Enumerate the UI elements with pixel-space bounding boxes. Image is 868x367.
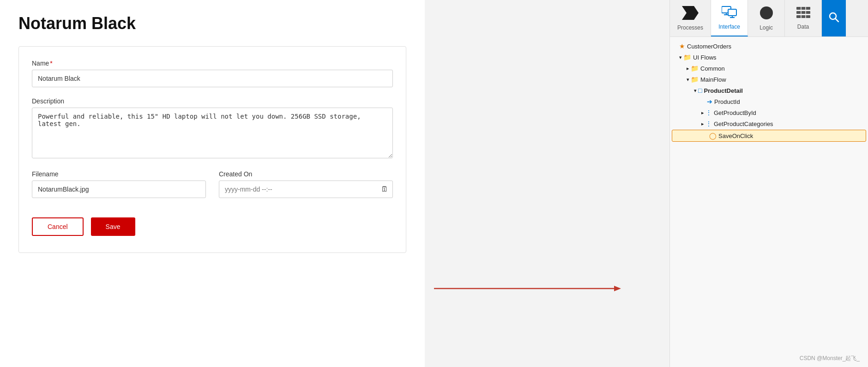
common-icon: 📁: [691, 65, 699, 72]
svg-line-16: [836, 18, 839, 22]
product-detail-icon: □: [698, 87, 702, 94]
filename-input[interactable]: [32, 180, 206, 198]
name-group: Name*: [32, 60, 393, 87]
button-row: Cancel Save: [32, 217, 393, 236]
filename-group: Filename: [32, 170, 206, 198]
date-input-wrapper: 🗓: [219, 180, 393, 198]
svg-rect-11: [796, 11, 810, 14]
svg-point-9: [760, 6, 773, 19]
data-icon: [796, 7, 810, 22]
tab-data-label: Data: [797, 24, 809, 30]
tab-data[interactable]: Data: [785, 0, 822, 36]
svg-rect-12: [796, 15, 810, 18]
description-group: Description Powerful and reliable, this …: [32, 97, 393, 160]
tree-item-save-on-click[interactable]: ◯ SaveOnClick: [672, 130, 866, 142]
cancel-button[interactable]: Cancel: [32, 217, 84, 236]
ui-flows-icon: 📁: [683, 54, 691, 61]
tree-panel: ★ CustomerOrders ▾ 📁 UI Flows ▸ 📁 Common…: [670, 37, 868, 367]
page-title: Notarum Black: [18, 14, 406, 33]
tree-item-customer-orders[interactable]: ★ CustomerOrders: [670, 41, 868, 52]
svg-marker-1: [614, 286, 621, 291]
tab-logic[interactable]: Logic: [748, 0, 785, 36]
created-on-group: Created On 🗓: [219, 170, 393, 198]
toolbar-tabs: Processes Interface: [670, 0, 868, 37]
search-icon: [829, 12, 839, 25]
get-product-categories-icon: ⋮: [705, 120, 712, 127]
svg-marker-2: [682, 6, 699, 20]
product-id-icon: ➔: [707, 98, 712, 105]
tab-logic-label: Logic: [760, 24, 773, 31]
created-on-label: Created On: [219, 170, 393, 178]
tree-item-get-product-by-id[interactable]: ▸ ⋮ GetProductById: [670, 107, 868, 118]
tab-interface-label: Interface: [718, 24, 740, 30]
description-input[interactable]: Powerful and reliable, this 15" HD lapto…: [32, 108, 393, 158]
interface-icon: [722, 6, 737, 22]
description-label: Description: [32, 97, 393, 105]
common-chevron: ▸: [687, 66, 689, 72]
customer-orders-icon: ★: [679, 42, 685, 50]
tree-item-common[interactable]: ▸ 📁 Common: [670, 63, 868, 74]
tab-processes[interactable]: Processes: [670, 0, 711, 36]
name-label: Name*: [32, 60, 393, 67]
get-product-categories-chevron: ▸: [701, 121, 704, 127]
tab-processes-label: Processes: [677, 24, 703, 31]
filename-label: Filename: [32, 170, 206, 178]
get-product-by-id-chevron: ▸: [701, 110, 704, 116]
watermark: CSDN @Monster_起飞_: [800, 355, 860, 362]
save-button[interactable]: Save: [91, 217, 135, 236]
form-card: Name* Description Powerful and reliable,…: [18, 46, 406, 253]
tool-panel: Processes Interface: [669, 0, 868, 367]
get-product-by-id-icon: ⋮: [705, 109, 712, 116]
logic-icon: [760, 6, 773, 23]
mainflow-icon: 📁: [691, 76, 699, 83]
svg-rect-10: [796, 7, 810, 10]
tree-item-mainflow[interactable]: ▾ 📁 MainFlow: [670, 74, 868, 85]
filename-created-row: Filename Created On 🗓: [32, 170, 393, 208]
tree-item-product-detail[interactable]: ▾ □ ProductDetail: [670, 85, 868, 96]
tree-item-product-id[interactable]: ➔ ProductId: [670, 96, 868, 107]
search-tab[interactable]: [822, 0, 846, 36]
product-detail-chevron: ▾: [694, 88, 697, 94]
required-indicator: *: [50, 60, 52, 67]
mainflow-chevron: ▾: [687, 77, 689, 83]
ui-flows-chevron: ▾: [679, 54, 682, 60]
tree-item-get-product-categories[interactable]: ▸ ⋮ GetProductCategories: [670, 118, 868, 129]
tree-item-ui-flows[interactable]: ▾ 📁 UI Flows: [670, 52, 868, 63]
svg-rect-6: [728, 9, 736, 16]
arrow-svg: [429, 238, 669, 339]
processes-icon: [682, 6, 699, 23]
name-input[interactable]: [32, 70, 393, 87]
middle-area: [425, 0, 669, 367]
tab-interface[interactable]: Interface: [711, 0, 748, 36]
form-panel: Notarum Black Name* Description Powerful…: [0, 0, 425, 367]
save-on-click-icon: ◯: [709, 132, 717, 139]
created-on-input[interactable]: [219, 180, 393, 198]
